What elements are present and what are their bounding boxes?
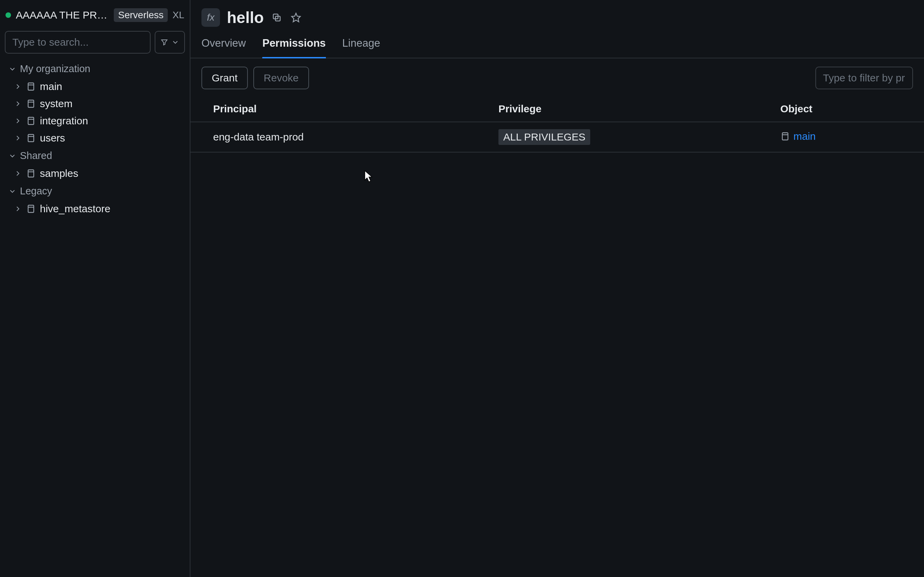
tab-lineage[interactable]: Lineage — [342, 37, 380, 58]
table-header: Principal Privilege Object — [191, 96, 924, 122]
workspace-name: AAAAAA THE PRODU… — [16, 9, 109, 21]
chevron-right-icon — [14, 169, 22, 177]
svg-rect-0 — [28, 83, 34, 90]
tab-overview[interactable]: Overview — [202, 37, 246, 58]
column-header-privilege[interactable]: Privilege — [498, 103, 780, 115]
chevron-down-icon — [8, 187, 16, 195]
favorite-button[interactable] — [290, 11, 302, 24]
cell-object: main — [780, 131, 913, 143]
tabs: Overview Permissions Lineage — [191, 29, 924, 58]
chevron-right-icon — [14, 117, 22, 125]
chevron-down-icon — [171, 38, 179, 47]
catalog-icon — [26, 116, 36, 126]
filter-input[interactable] — [816, 67, 913, 89]
copy-icon — [271, 12, 282, 23]
chevron-right-icon — [14, 205, 22, 213]
cell-privilege: ALL PRIVILEGES — [498, 129, 780, 145]
tree-section-label: My organization — [20, 63, 90, 74]
status-dot-icon — [5, 12, 11, 18]
function-icon: fx — [202, 8, 220, 27]
grant-button[interactable]: Grant — [202, 67, 248, 89]
chevron-down-icon — [8, 152, 16, 160]
filter-button[interactable] — [155, 31, 185, 53]
star-icon — [291, 12, 301, 23]
tree-section-my-organization[interactable]: My organization — [0, 60, 190, 78]
cell-principal: eng-data team-prod — [202, 131, 498, 143]
tree-item-label: users — [40, 132, 65, 144]
column-header-object[interactable]: Object — [780, 103, 913, 115]
svg-rect-8 — [28, 170, 34, 177]
object-link-label: main — [793, 131, 816, 142]
object-link[interactable]: main — [780, 131, 816, 142]
search-input[interactable] — [5, 31, 150, 53]
permissions-toolbar: Grant Revoke — [191, 58, 924, 96]
svg-rect-6 — [28, 135, 34, 142]
catalog-tree: My organization main system integration — [0, 58, 190, 218]
tree-item-label: hive_metastore — [40, 203, 110, 214]
svg-rect-15 — [782, 133, 788, 140]
main-panel: fx hello Overview Permissions Lineage Gr… — [191, 0, 924, 577]
sidebar-search-row — [0, 27, 190, 58]
catalog-icon — [780, 132, 790, 141]
privilege-tag: ALL PRIVILEGES — [498, 129, 590, 145]
workspace-type-badge: Serverless — [114, 8, 167, 22]
svg-rect-4 — [28, 118, 34, 125]
title-row: fx hello — [191, 8, 924, 29]
tree-item-samples[interactable]: samples — [0, 165, 190, 182]
tree-item-label: integration — [40, 115, 88, 127]
tree-item-label: samples — [40, 168, 78, 179]
svg-rect-10 — [28, 205, 34, 213]
tree-item-users[interactable]: users — [0, 129, 190, 147]
tree-section-label: Shared — [20, 150, 52, 161]
revoke-button[interactable]: Revoke — [254, 67, 309, 89]
tree-section-shared[interactable]: Shared — [0, 147, 190, 165]
catalog-icon — [26, 204, 36, 214]
table-row[interactable]: eng-data team-prod ALL PRIVILEGES main — [191, 122, 924, 153]
chevron-right-icon — [14, 100, 22, 108]
workspace-header[interactable]: AAAAAA THE PRODU… Serverless XL — [0, 3, 190, 27]
catalog-icon — [26, 169, 36, 178]
tab-permissions[interactable]: Permissions — [262, 37, 326, 58]
tree-item-label: main — [40, 81, 62, 92]
catalog-icon — [26, 99, 36, 108]
sidebar: AAAAAA THE PRODU… Serverless XL My organ… — [0, 0, 191, 577]
tree-item-system[interactable]: system — [0, 95, 190, 112]
workspace-size: XL — [173, 10, 184, 21]
svg-rect-2 — [28, 100, 34, 108]
tree-item-hive-metastore[interactable]: hive_metastore — [0, 200, 190, 218]
column-header-principal[interactable]: Principal — [202, 103, 498, 115]
tree-item-main[interactable]: main — [0, 78, 190, 95]
tree-section-label: Legacy — [20, 185, 52, 197]
chevron-right-icon — [14, 82, 22, 91]
permissions-table: Principal Privilege Object eng-data team… — [191, 96, 924, 153]
tree-item-label: system — [40, 98, 73, 110]
chevron-down-icon — [8, 65, 16, 73]
catalog-icon — [26, 133, 36, 143]
tree-section-legacy[interactable]: Legacy — [0, 182, 190, 200]
svg-marker-14 — [292, 13, 300, 22]
chevron-right-icon — [14, 134, 22, 142]
filter-icon — [160, 38, 168, 47]
catalog-icon — [26, 82, 36, 91]
copy-button[interactable] — [271, 11, 283, 24]
page-title: hello — [227, 8, 264, 27]
tree-item-integration[interactable]: integration — [0, 112, 190, 129]
